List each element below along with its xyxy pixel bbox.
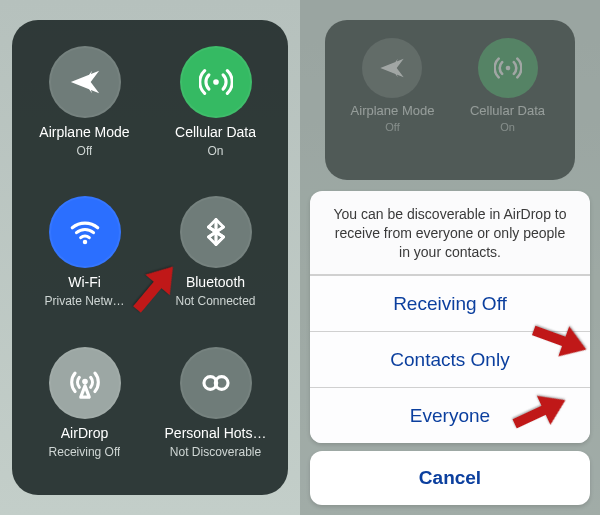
tile-label: AirDrop xyxy=(61,425,108,441)
tile-status: On xyxy=(207,144,223,158)
tile-status: Receiving Off xyxy=(49,445,121,459)
cancel-button[interactable]: Cancel xyxy=(310,451,590,505)
wifi-tile[interactable]: Wi-Fi Private Netw… xyxy=(24,192,145,328)
airplane-icon xyxy=(49,46,121,118)
action-sheet: You can be discoverable in AirDrop to re… xyxy=(310,191,590,505)
option-contacts-only[interactable]: Contacts Only xyxy=(310,331,590,387)
airplane-mode-tile[interactable]: Airplane Mode Off xyxy=(24,42,145,178)
tile-label: Personal Hots… xyxy=(165,425,267,441)
cellular-data-tile[interactable]: Cellular Data On xyxy=(155,42,276,178)
tile-label: Cellular Data xyxy=(175,124,256,140)
airdrop-tile[interactable]: AirDrop Receiving Off xyxy=(24,343,145,479)
control-center-panel-background: Airplane Mode Off Cellular Data On xyxy=(325,20,575,180)
cellular-data-tile: Cellular Data On xyxy=(470,38,545,180)
tile-status: On xyxy=(500,121,515,133)
screenshot-right: Airplane Mode Off Cellular Data On You c… xyxy=(300,0,600,515)
wifi-icon xyxy=(49,196,121,268)
tile-status: Private Netw… xyxy=(44,294,124,308)
cellular-icon xyxy=(180,46,252,118)
tile-status: Off xyxy=(77,144,93,158)
cellular-icon xyxy=(478,38,538,98)
bluetooth-tile[interactable]: Bluetooth Not Connected xyxy=(155,192,276,328)
control-center-panel: Airplane Mode Off Cellular Data On Wi-Fi… xyxy=(12,20,288,495)
personal-hotspot-tile[interactable]: Personal Hots… Not Discoverable xyxy=(155,343,276,479)
action-sheet-message: You can be discoverable in AirDrop to re… xyxy=(310,191,590,275)
hotspot-icon xyxy=(180,347,252,419)
bluetooth-icon xyxy=(180,196,252,268)
airdrop-icon xyxy=(49,347,121,419)
screenshot-left: Airplane Mode Off Cellular Data On Wi-Fi… xyxy=(0,0,300,515)
tile-label: Cellular Data xyxy=(470,103,545,118)
tile-label: Airplane Mode xyxy=(351,103,435,118)
tile-status: Off xyxy=(385,121,399,133)
option-receiving-off[interactable]: Receiving Off xyxy=(310,275,590,331)
tile-label: Bluetooth xyxy=(186,274,245,290)
action-sheet-body: You can be discoverable in AirDrop to re… xyxy=(310,191,590,443)
tile-status: Not Discoverable xyxy=(170,445,261,459)
tile-label: Wi-Fi xyxy=(68,274,101,290)
option-everyone[interactable]: Everyone xyxy=(310,387,590,443)
tile-status: Not Connected xyxy=(175,294,255,308)
airplane-icon xyxy=(362,38,422,98)
tile-label: Airplane Mode xyxy=(39,124,129,140)
airplane-mode-tile: Airplane Mode Off xyxy=(351,38,435,180)
